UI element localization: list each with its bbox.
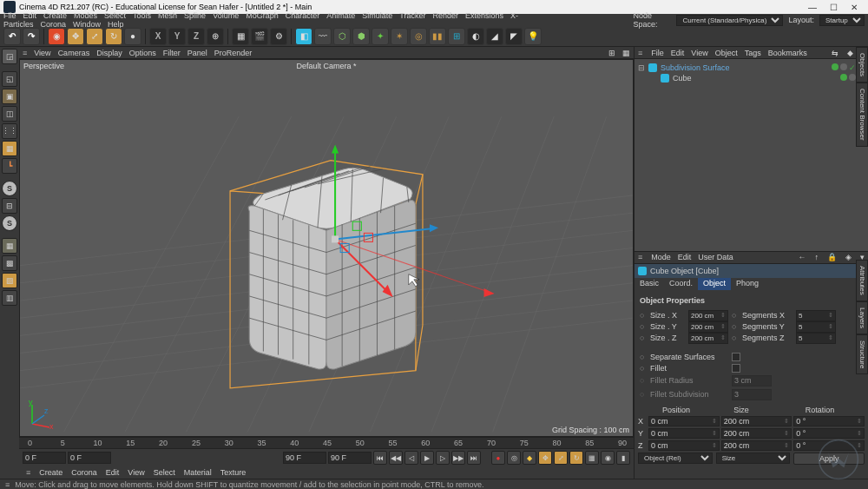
render-view[interactable]: ▦ <box>232 28 249 45</box>
pos-z[interactable]: 0 cm⇕ <box>648 440 720 451</box>
tab-basic[interactable]: Basic <box>635 278 664 290</box>
segments-field[interactable]: 5⇕ <box>796 310 836 321</box>
size-field[interactable]: 200 cm⇕ <box>688 333 728 344</box>
size-z[interactable]: 200 cm⇕ <box>721 440 792 451</box>
menu-mograph[interactable]: MoGraph <box>246 11 279 20</box>
scale-tool[interactable]: ⤢ <box>86 28 103 45</box>
autokey-button[interactable]: ◎ <box>507 451 521 465</box>
menu-tools[interactable]: Tools <box>133 11 151 20</box>
cube-primitive[interactable]: ◧ <box>295 28 312 45</box>
workplane-1[interactable]: ▦ <box>2 238 17 254</box>
render-settings[interactable]: ⚙ <box>270 28 287 45</box>
attr-fwd[interactable]: ↑ <box>815 253 819 261</box>
viewport-config-icon[interactable]: ▦ <box>622 49 630 57</box>
snap-toggle[interactable]: ⊟ <box>2 198 17 214</box>
menu-modes[interactable]: Modes <box>74 11 97 20</box>
close-button[interactable]: ✕ <box>844 3 865 12</box>
menu-tracker[interactable]: Tracker <box>399 11 425 20</box>
key-pos[interactable]: ✥ <box>538 451 552 465</box>
viewmenu-filter[interactable]: Filter <box>163 49 181 57</box>
pos-x[interactable]: 0 cm⇕ <box>648 416 720 426</box>
key-param[interactable]: ▦ <box>585 451 599 465</box>
size-x[interactable]: 200 cm⇕ <box>721 416 792 426</box>
tree-item-cube[interactable]: Cube ✓ <box>638 73 865 83</box>
workplane-4[interactable]: ▥ <box>2 290 17 306</box>
minimize-button[interactable]: — <box>802 3 823 12</box>
hiermenu-tags[interactable]: Tags <box>745 49 761 57</box>
coord-mode-select[interactable]: Object (Rel) <box>638 453 713 464</box>
make-editable[interactable]: ◲ <box>2 49 17 64</box>
tool2[interactable]: ◢ <box>486 28 503 45</box>
snap-s2[interactable]: S <box>2 215 17 231</box>
timeline-ruler[interactable]: 051015202530354045505560657075808590 <box>19 437 634 449</box>
start-frame[interactable]: 0 F <box>23 452 66 464</box>
axis-x-toggle[interactable]: X <box>149 28 167 45</box>
tool1[interactable]: ◐ <box>467 28 484 45</box>
pos-y[interactable]: 0 cm⇕ <box>648 428 720 439</box>
last-tool[interactable]: ● <box>124 28 141 45</box>
tree-item-subdivision-surface[interactable]: ⊟Subdivision Surface ✓✓ <box>638 63 865 73</box>
move-tool[interactable]: ✥ <box>67 28 84 45</box>
menu-select[interactable]: Select <box>104 11 126 20</box>
light-tool[interactable]: ⊞ <box>448 28 465 45</box>
menu-simulate[interactable]: Simulate <box>362 11 392 20</box>
menu-edit[interactable]: Edit <box>23 11 37 20</box>
menu-animate[interactable]: Animate <box>326 11 355 20</box>
matmenu-texture[interactable]: Texture <box>220 468 247 477</box>
viewmenu-view[interactable]: View <box>34 49 50 57</box>
viewport-maximize-icon[interactable]: ⊞ <box>608 49 615 57</box>
keyframe-button[interactable]: ◆ <box>523 451 536 465</box>
point-mode[interactable]: ⋮⋮ <box>2 123 17 139</box>
matmenu-corona[interactable]: Corona <box>71 468 97 477</box>
snap-s1[interactable]: S <box>2 181 17 196</box>
world-object-toggle[interactable]: ⊕ <box>207 28 224 45</box>
render-picture[interactable]: 🎬 <box>251 28 268 45</box>
field-tool[interactable]: ✶ <box>391 28 408 45</box>
hiermenu-view[interactable]: View <box>691 49 707 57</box>
tab-phong[interactable]: Phong <box>731 278 764 290</box>
key-pla[interactable]: ◉ <box>601 451 615 465</box>
menu-volume[interactable]: Volume <box>213 11 239 20</box>
hier-icon2[interactable]: ◆ <box>847 49 853 57</box>
menu-character[interactable]: Character <box>286 11 320 20</box>
redo-button[interactable]: ↷ <box>23 28 40 45</box>
rot-y[interactable]: 0 °⇕ <box>793 428 865 439</box>
live-select-tool[interactable]: ◉ <box>48 28 65 45</box>
viewmenu-panel[interactable]: Panel <box>187 49 207 57</box>
end-frame-2[interactable]: 90 F <box>328 452 372 464</box>
rot-x[interactable]: 0 °⇕ <box>793 416 865 426</box>
structure-tab[interactable]: Structure <box>856 334 868 374</box>
hiermenu-object[interactable]: Object <box>715 49 738 57</box>
content-browser-tab[interactable]: Content Browser <box>856 83 868 147</box>
fillet-checkbox[interactable] <box>732 364 740 373</box>
viewmenu-prorender[interactable]: ProRender <box>214 49 253 57</box>
record-button[interactable]: ● <box>491 451 505 465</box>
polygon-mode[interactable]: ┗ <box>2 158 17 174</box>
edge-mode[interactable]: ▦ <box>2 141 17 156</box>
current-frame[interactable]: 0 F <box>68 452 111 464</box>
menu-mesh[interactable]: Mesh <box>158 11 177 20</box>
objects-tab[interactable]: Objects <box>856 47 868 83</box>
generator-tool[interactable]: ⬢ <box>352 28 370 45</box>
prev-frame[interactable]: ◁ <box>404 451 418 465</box>
layout-select[interactable]: Startup <box>819 15 865 26</box>
menu-create[interactable]: Create <box>43 11 67 20</box>
menu-render[interactable]: Render <box>432 11 458 20</box>
perspective-viewport[interactable]: Perspective Default Camera * Grid Spacin… <box>19 59 634 437</box>
goto-start[interactable]: ⏮ <box>373 451 387 465</box>
viewmenu-cameras[interactable]: Cameras <box>58 49 90 57</box>
segments-field[interactable]: 5⇕ <box>796 333 836 344</box>
menu-extensions[interactable]: Extensions <box>465 11 503 20</box>
attr-lock[interactable]: 🔒 <box>827 253 837 261</box>
key-scale[interactable]: ⤢ <box>554 451 568 465</box>
maximize-button[interactable]: ☐ <box>823 3 844 12</box>
scene-tool[interactable]: ◎ <box>410 28 427 45</box>
play[interactable]: ▶ <box>420 451 434 465</box>
generator-subd[interactable]: ⬡ <box>333 28 351 45</box>
workplane-2[interactable]: ▩ <box>2 255 17 271</box>
matmenu-select[interactable]: Select <box>154 468 175 477</box>
workplane-mode[interactable]: ◫ <box>2 106 17 122</box>
menu-file[interactable]: File <box>3 11 16 20</box>
attrmenu-user-data[interactable]: User Data <box>698 253 733 261</box>
tab-object[interactable]: Object <box>698 278 731 290</box>
